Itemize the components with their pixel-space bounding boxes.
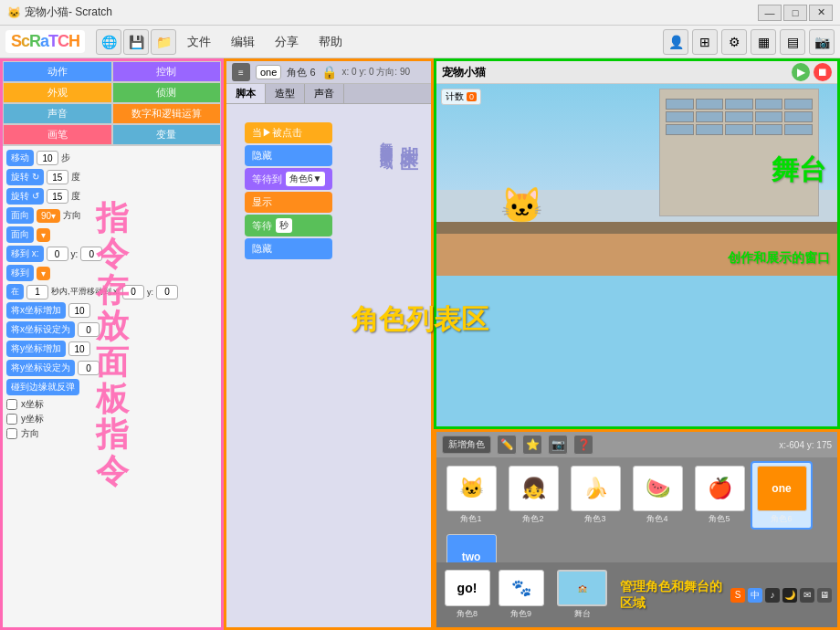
cat-control[interactable]: 控制 [112,61,222,82]
menu-edit[interactable]: 编辑 [222,30,264,54]
coord-display-sprites: x:-604 y: 175 [779,440,832,450]
move-block[interactable]: 移动 [6,150,34,166]
wait-sprite-select[interactable]: 角色6▼ [286,172,325,186]
set-y-input[interactable] [78,361,100,375]
wait-block[interactable]: 等待 秒 [245,215,332,236]
sprite-thumb-1: 🐱 [446,466,497,511]
sprite-item-5[interactable]: 🍎 角色5 [688,461,751,530]
change-x-input[interactable] [68,303,90,318]
goto-block[interactable]: 移到 x: [6,246,44,262]
cat-sound[interactable]: 声音 [3,103,112,124]
glide-time-input[interactable] [26,285,48,299]
block-row: 碰到边缘就反弹 [6,379,217,395]
hide2-block[interactable]: 隐藏 [245,238,332,259]
change-y-block[interactable]: 将y坐标增加 [6,341,66,357]
sprite-item-4[interactable]: 🍉 角色4 [626,461,688,530]
face-block[interactable]: 面向 [6,226,34,243]
script-canvas[interactable]: 当▶被点击 隐藏 等待到 角色6▼ 显示 等待 秒 隐藏 脚本区 舞台编写脚本的… [226,104,431,627]
globe-icon[interactable]: 🌐 [96,29,121,55]
hide-block[interactable]: 隐藏 [245,145,332,166]
tab-costumes[interactable]: 造型 [266,84,305,103]
save-icon[interactable]: 💾 [123,29,149,55]
sprite-item-1[interactable]: 🐱 角色1 [440,461,502,530]
help-sprite-button[interactable]: ❓ [573,435,593,455]
cat-var[interactable]: 变量 [112,124,222,145]
stage-controls: ▶ ⏹ [792,63,832,81]
stage-thumb-item[interactable]: 🏫 舞台 [557,570,607,620]
cat-appearance[interactable]: 外观 [3,82,112,103]
sprites-content: 🐱 角色1 👧 角色2 🍌 角色3 🍉 角色4 🍎 角色5 [436,457,837,562]
layout2-icon[interactable]: ▤ [780,29,805,55]
bounce-block[interactable]: 碰到边缘就反弹 [6,379,79,395]
check-y[interactable] [6,414,17,425]
block-row: 将y坐标增加 [6,341,217,357]
stage-title: 宠物小猫 [442,65,486,80]
minimize-button[interactable]: — [758,5,782,21]
glide-block[interactable]: 在 [6,284,24,299]
glide-x-input[interactable] [122,285,144,299]
stop-button[interactable]: ⏹ [814,63,832,81]
rotate-ccw-block[interactable]: 旋转 ↺ [6,188,44,205]
goto2-val[interactable]: ▾ [37,267,50,280]
tab-scripts[interactable]: 脚本 [226,84,266,103]
change-y-input[interactable] [68,341,90,356]
menu-help[interactable]: 帮助 [310,30,352,54]
close-button[interactable]: ✕ [809,5,833,21]
status-music-icon: ♪ [765,588,780,603]
user-icon[interactable]: 👤 [663,29,688,55]
goto-y-input[interactable] [80,247,102,261]
rotate-ccw-input[interactable] [47,189,68,204]
folder-icon[interactable]: 📁 [151,29,176,55]
sprite-item-7[interactable]: two 角色7 [440,530,502,562]
sprite-item-8[interactable]: go! 角色8 [442,565,492,625]
middle-annotation: 脚本区 [397,131,422,142]
goto2-block[interactable]: 移到 [6,265,34,281]
goto-x-input[interactable] [47,247,68,261]
event-block-click[interactable]: 当▶被点击 [245,122,332,143]
sprite-item-3[interactable]: 🍌 角色3 [564,461,626,530]
change-x-block[interactable]: 将x坐标增加 [6,302,66,319]
menu-share[interactable]: 分享 [266,30,308,54]
script-stack: 当▶被点击 隐藏 等待到 角色6▼ 显示 等待 秒 隐藏 [245,122,332,261]
set-x-block[interactable]: 将x坐标设定为 [6,321,75,338]
titlebar-title: 宠物小猫- Scratch [25,5,112,20]
glide-y-input[interactable] [156,285,178,299]
sprite-item-6[interactable]: one 角色6 [751,461,813,530]
cat-action[interactable]: 动作 [3,61,112,82]
resize-icon[interactable]: ⊞ [692,29,718,55]
show-block[interactable]: 显示 [245,192,332,213]
wait-until-block[interactable]: 等待到 角色6▼ [245,168,332,190]
lock-icon[interactable]: 🔒 [321,65,337,79]
settings-icon[interactable]: ⚙ [721,29,747,55]
scratch-logo: ScRaTCH [5,30,85,53]
new-sprite-button[interactable]: 新增角色 [442,436,491,454]
middle-toggle[interactable]: ≡ [232,63,250,81]
camera-sprite-button[interactable]: 📷 [548,435,568,455]
set-y-block[interactable]: 将y坐标设定为 [6,360,75,376]
layout-icon[interactable]: ▦ [751,29,776,55]
rotate-cw-input[interactable] [47,170,68,184]
camera-icon[interactable]: 📷 [809,29,835,55]
paint-sprite-button[interactable]: ✏️ [497,435,517,455]
maximize-button[interactable]: □ [783,5,807,21]
star-sprite-button[interactable]: ⭐ [522,435,542,455]
sprite-item-2[interactable]: 👧 角色2 [502,461,564,530]
status-lang-icon: 中 [748,588,762,603]
check-x[interactable] [6,399,17,410]
move-input[interactable] [37,151,58,165]
tab-sounds[interactable]: 声音 [305,84,344,103]
set-x-input[interactable] [78,322,100,337]
cat-math[interactable]: 数字和逻辑运算 [112,103,222,124]
face-dir-block[interactable]: 面向 [6,207,34,224]
green-flag-button[interactable]: ▶ [792,63,810,81]
sprite-item-9[interactable]: 🐾 角色9 [496,565,546,625]
cat-pen[interactable]: 画笔 [3,124,112,145]
coord-display: x: 0 y: 0 方向: 90 [342,66,410,79]
face-dir-val[interactable]: 90▾ [37,209,60,223]
rotate-cw-block[interactable]: 旋转 ↻ [6,169,44,185]
block-row: 旋转 ↻ 度 [6,169,217,185]
face-val[interactable]: ▾ [37,228,50,242]
cat-detect[interactable]: 侦测 [112,82,222,103]
check-dir[interactable] [6,428,17,439]
menu-file[interactable]: 文件 [178,30,220,54]
